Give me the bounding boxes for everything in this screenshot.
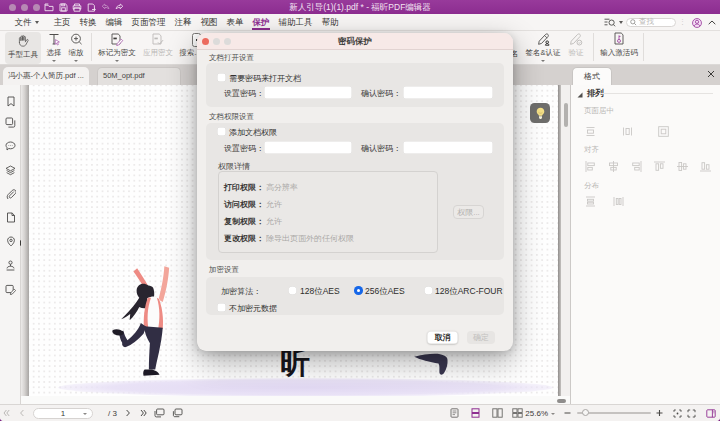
chevron-down-icon	[83, 413, 87, 415]
sign-certify-button[interactable]: 签名&认证	[519, 32, 567, 62]
form-field-icon[interactable]	[5, 283, 17, 295]
person-pants	[144, 326, 163, 369]
menu-protect[interactable]: 保护	[248, 14, 274, 30]
set-password-input[interactable]	[264, 86, 352, 99]
center-page-label: 页面居中	[584, 106, 614, 116]
first-page-icon	[3, 409, 10, 417]
collapse-ribbon-icon[interactable]	[708, 20, 716, 25]
require-password-label: 需要密码来打开文档	[229, 73, 301, 84]
dialog-close-button[interactable]	[202, 38, 209, 45]
navigation-sidebar	[0, 85, 21, 404]
activation-code-button[interactable]: 输入激活码	[597, 32, 641, 58]
file-icon[interactable]	[5, 211, 17, 223]
horizontal-scrollbar-track	[21, 396, 570, 404]
menu-accessibility[interactable]: 辅助工具	[274, 14, 317, 30]
horizontal-scrollbar[interactable]	[557, 399, 566, 403]
menu-file[interactable]: 文件	[10, 14, 43, 30]
toolbar-divider	[643, 33, 644, 61]
reading-mode-icon[interactable]	[706, 409, 716, 418]
align-vcenter-icon	[677, 161, 688, 172]
last-page-icon[interactable]	[140, 409, 147, 417]
menu-edit[interactable]: 编辑	[101, 14, 127, 30]
zoom-out-icon[interactable]	[564, 409, 571, 417]
snapshot-icon[interactable]	[154, 408, 165, 418]
divider-dots: ⋮	[679, 18, 686, 26]
layers-icon[interactable]	[5, 164, 17, 176]
destination-icon[interactable]	[5, 235, 17, 247]
menu-items: 文件 主页 转换 编辑 页面管理 注释 视图 表单 保护 辅助工具 帮助	[10, 14, 343, 30]
bookmark-icon[interactable]	[5, 95, 17, 107]
collapse-triangle-icon[interactable]	[577, 92, 583, 98]
center-vertical-icon	[622, 126, 633, 137]
mark-redact-button[interactable]: 标记为密文	[97, 32, 137, 62]
fullscreen-icon[interactable]	[687, 409, 696, 418]
stamp-icon[interactable]	[5, 259, 17, 271]
doc-tab-active[interactable]: 冯小惠-个人简历.pdf ...	[3, 67, 89, 85]
activation-code-icon	[597, 32, 641, 46]
select-tool-button[interactable]: 选择	[44, 32, 64, 62]
next-page-icon[interactable]	[125, 409, 131, 417]
statusbar: 1 / 3 25.6%	[0, 404, 720, 421]
menu-convert[interactable]: 转换	[75, 14, 101, 30]
facing-icon[interactable]	[492, 408, 503, 418]
menu-form[interactable]: 表单	[222, 14, 248, 30]
zoom-in-icon[interactable]	[656, 409, 663, 417]
distribute-vertical-icon	[585, 196, 596, 207]
tip-button[interactable]	[530, 103, 550, 123]
window-titlebar: 新人引导(1)(1).pdf * - 福昕PDF编辑器	[0, 0, 720, 14]
chevron-down-icon	[35, 21, 39, 24]
zoom-tool-button[interactable]: 缩放	[66, 32, 86, 62]
perm-confirm-password-input[interactable]	[403, 141, 493, 154]
add-permission-label: 添加文档权限	[229, 127, 277, 138]
redact-apply-icon	[141, 32, 175, 46]
account-icon[interactable]	[692, 18, 702, 28]
fit-page-icon[interactable]	[673, 409, 682, 418]
radio-128-aes[interactable]	[288, 286, 297, 295]
align-top-icon	[654, 161, 665, 172]
app-window: 新人引导(1)(1).pdf * - 福昕PDF编辑器 文件 主页 转换 编辑 …	[0, 0, 720, 421]
comments-icon[interactable]	[5, 140, 17, 152]
arrange-section-title: 排列	[587, 88, 604, 100]
clipboard-icon[interactable]	[172, 408, 183, 418]
password-protect-dialog: 密码保护 文档打开设置 需要密码来打开文档 设置密码： 确认密码： 文档权限设置…	[197, 33, 513, 351]
toolbar-divider	[593, 33, 594, 61]
continuous-icon[interactable]	[471, 408, 480, 418]
doc-tab-inactive[interactable]: 50M_opt.pdf	[97, 67, 181, 85]
facing-continuous-icon[interactable]	[512, 408, 523, 418]
page-swoosh-graphic	[411, 350, 452, 377]
close-icon[interactable]	[707, 70, 715, 78]
align-hcenter-icon	[608, 161, 619, 172]
zoom-slider[interactable]	[577, 412, 651, 414]
perm-set-password-input[interactable]	[264, 141, 352, 154]
radio-128-arcfour[interactable]	[424, 286, 433, 295]
page-thumbnails-icon[interactable]	[5, 116, 17, 128]
zoom-level[interactable]: 25.6%	[525, 409, 555, 418]
add-permission-checkbox[interactable]	[217, 127, 226, 136]
change-permission-label: 更改权限：	[224, 233, 264, 244]
menu-view[interactable]: 视图	[196, 14, 222, 30]
require-password-checkbox[interactable]	[217, 73, 226, 82]
confirm-password-input[interactable]	[403, 86, 493, 99]
cancel-button[interactable]: 取消	[427, 331, 458, 344]
chevron-down-icon	[52, 60, 56, 62]
zoom-slider-thumb[interactable]	[582, 409, 589, 416]
attachment-icon[interactable]	[5, 188, 17, 200]
menu-comment[interactable]: 注释	[170, 14, 196, 30]
menu-help[interactable]: 帮助	[317, 14, 343, 30]
hand-tool-button[interactable]: 手型工具	[5, 32, 41, 64]
chevron-down-icon	[541, 60, 545, 62]
search-input[interactable]: 查找	[626, 18, 676, 28]
find-replace-icon[interactable]	[604, 18, 623, 27]
menu-home[interactable]: 主页	[49, 14, 75, 30]
toolbar-divider	[91, 33, 92, 61]
vertical-scrollbar[interactable]	[564, 103, 568, 127]
page-number-input[interactable]: 1	[33, 408, 93, 419]
format-panel-tab[interactable]: 格式	[572, 67, 612, 85]
page-big-character: 昕	[274, 348, 316, 378]
no-encrypt-metadata-checkbox[interactable]	[217, 303, 226, 312]
single-page-icon[interactable]	[450, 408, 459, 418]
menu-page-management[interactable]: 页面管理	[127, 14, 170, 30]
radio-256-aes[interactable]	[354, 286, 363, 295]
format-panel: 排列 页面居中 对齐 分布	[570, 85, 720, 404]
perm-set-password-label: 设置密码：	[224, 143, 264, 154]
